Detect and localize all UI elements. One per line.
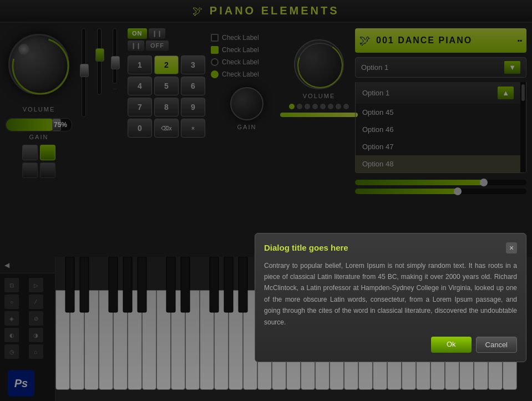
dialog-footer: Ok Cancel: [264, 337, 517, 353]
dialog-header: Dialog title goes here ×: [264, 242, 517, 253]
dialog-close-btn[interactable]: ×: [506, 242, 517, 253]
dialog-title: Dialog title goes here: [264, 243, 348, 252]
dialog-box: Dialog title goes here × Contrary to pop…: [255, 233, 526, 362]
dialog-body: Contrary to popular belief, Lorem Ipsum …: [264, 260, 517, 328]
dialog-overlay: Dialog title goes here × Contrary to pop…: [0, 0, 532, 401]
dialog-ok-btn[interactable]: Ok: [431, 337, 472, 353]
dialog-cancel-btn[interactable]: Cancel: [476, 337, 517, 353]
